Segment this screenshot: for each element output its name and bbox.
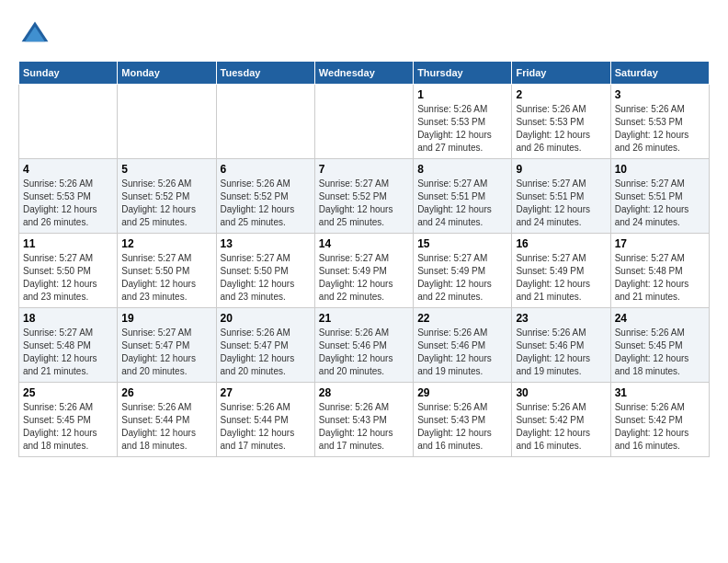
calendar-cell: 30Sunrise: 5:26 AM Sunset: 5:42 PM Dayli… <box>512 383 610 457</box>
day-info: Sunrise: 5:27 AM Sunset: 5:52 PM Dayligh… <box>319 178 409 229</box>
calendar-cell: 7Sunrise: 5:27 AM Sunset: 5:52 PM Daylig… <box>314 159 413 234</box>
calendar-week-row: 4Sunrise: 5:26 AM Sunset: 5:53 PM Daylig… <box>19 159 710 234</box>
day-info: Sunrise: 5:26 AM Sunset: 5:46 PM Dayligh… <box>417 327 507 378</box>
calendar-week-row: 18Sunrise: 5:27 AM Sunset: 5:48 PM Dayli… <box>19 308 710 383</box>
page-container: SundayMondayTuesdayWednesdayThursdayFrid… <box>18 18 710 457</box>
calendar-cell: 17Sunrise: 5:27 AM Sunset: 5:48 PM Dayli… <box>610 234 709 308</box>
day-number: 20 <box>221 312 311 325</box>
day-number: 10 <box>615 163 705 176</box>
day-number: 13 <box>221 237 311 250</box>
calendar-cell: 21Sunrise: 5:26 AM Sunset: 5:46 PM Dayli… <box>314 308 413 383</box>
day-number: 21 <box>319 312 409 325</box>
calendar-week-row: 11Sunrise: 5:27 AM Sunset: 5:50 PM Dayli… <box>19 234 710 308</box>
calendar: SundayMondayTuesdayWednesdayThursdayFrid… <box>18 61 710 457</box>
day-number: 26 <box>121 386 211 399</box>
calendar-cell <box>118 85 216 159</box>
day-info: Sunrise: 5:26 AM Sunset: 5:52 PM Dayligh… <box>121 178 211 229</box>
day-info: Sunrise: 5:27 AM Sunset: 5:50 PM Dayligh… <box>221 252 311 304</box>
day-info: Sunrise: 5:26 AM Sunset: 5:42 PM Dayligh… <box>516 401 606 453</box>
calendar-cell <box>314 85 413 159</box>
day-number: 7 <box>319 163 409 176</box>
calendar-cell: 26Sunrise: 5:26 AM Sunset: 5:44 PM Dayli… <box>118 383 216 457</box>
calendar-cell: 9Sunrise: 5:27 AM Sunset: 5:51 PM Daylig… <box>512 159 610 234</box>
calendar-cell: 4Sunrise: 5:26 AM Sunset: 5:53 PM Daylig… <box>19 159 118 234</box>
weekday-header: Friday <box>512 62 610 85</box>
day-number: 29 <box>417 386 507 399</box>
calendar-cell: 10Sunrise: 5:27 AM Sunset: 5:51 PM Dayli… <box>610 159 709 234</box>
day-number: 15 <box>417 237 507 250</box>
calendar-cell: 5Sunrise: 5:26 AM Sunset: 5:52 PM Daylig… <box>118 159 216 234</box>
day-info: Sunrise: 5:27 AM Sunset: 5:48 PM Dayligh… <box>23 327 113 378</box>
calendar-cell: 12Sunrise: 5:27 AM Sunset: 5:50 PM Dayli… <box>118 234 216 308</box>
logo-icon <box>18 18 51 52</box>
calendar-cell: 20Sunrise: 5:26 AM Sunset: 5:47 PM Dayli… <box>216 308 314 383</box>
header <box>18 18 710 52</box>
calendar-cell <box>19 85 118 159</box>
calendar-cell: 28Sunrise: 5:26 AM Sunset: 5:43 PM Dayli… <box>314 383 413 457</box>
day-number: 5 <box>121 163 211 176</box>
calendar-week-row: 25Sunrise: 5:26 AM Sunset: 5:45 PM Dayli… <box>19 383 710 457</box>
calendar-cell <box>216 85 314 159</box>
weekday-header: Tuesday <box>216 62 314 85</box>
day-number: 2 <box>516 88 606 101</box>
day-info: Sunrise: 5:27 AM Sunset: 5:49 PM Dayligh… <box>516 252 606 304</box>
day-number: 16 <box>516 237 606 250</box>
day-number: 31 <box>615 386 705 399</box>
day-info: Sunrise: 5:27 AM Sunset: 5:49 PM Dayligh… <box>417 252 507 304</box>
day-info: Sunrise: 5:26 AM Sunset: 5:46 PM Dayligh… <box>319 327 409 378</box>
day-number: 8 <box>417 163 507 176</box>
day-number: 25 <box>23 386 113 399</box>
day-number: 6 <box>221 163 311 176</box>
calendar-week-row: 1Sunrise: 5:26 AM Sunset: 5:53 PM Daylig… <box>19 85 710 159</box>
day-info: Sunrise: 5:26 AM Sunset: 5:44 PM Dayligh… <box>121 401 211 453</box>
day-info: Sunrise: 5:27 AM Sunset: 5:50 PM Dayligh… <box>23 252 113 304</box>
day-info: Sunrise: 5:27 AM Sunset: 5:49 PM Dayligh… <box>319 252 409 304</box>
weekday-header: Sunday <box>19 62 118 85</box>
calendar-cell: 19Sunrise: 5:27 AM Sunset: 5:47 PM Dayli… <box>118 308 216 383</box>
calendar-cell: 13Sunrise: 5:27 AM Sunset: 5:50 PM Dayli… <box>216 234 314 308</box>
calendar-cell: 11Sunrise: 5:27 AM Sunset: 5:50 PM Dayli… <box>19 234 118 308</box>
logo <box>18 18 55 52</box>
day-info: Sunrise: 5:26 AM Sunset: 5:46 PM Dayligh… <box>516 327 606 378</box>
weekday-header: Saturday <box>610 62 709 85</box>
day-number: 28 <box>319 386 409 399</box>
day-number: 1 <box>417 88 507 101</box>
day-info: Sunrise: 5:26 AM Sunset: 5:53 PM Dayligh… <box>417 103 507 155</box>
day-number: 12 <box>121 237 211 250</box>
day-info: Sunrise: 5:26 AM Sunset: 5:52 PM Dayligh… <box>221 178 311 229</box>
weekday-header: Thursday <box>414 62 512 85</box>
calendar-cell: 14Sunrise: 5:27 AM Sunset: 5:49 PM Dayli… <box>314 234 413 308</box>
calendar-cell: 16Sunrise: 5:27 AM Sunset: 5:49 PM Dayli… <box>512 234 610 308</box>
calendar-cell: 18Sunrise: 5:27 AM Sunset: 5:48 PM Dayli… <box>19 308 118 383</box>
day-info: Sunrise: 5:26 AM Sunset: 5:43 PM Dayligh… <box>319 401 409 453</box>
day-number: 11 <box>23 237 113 250</box>
day-info: Sunrise: 5:27 AM Sunset: 5:51 PM Dayligh… <box>615 178 705 229</box>
calendar-cell: 25Sunrise: 5:26 AM Sunset: 5:45 PM Dayli… <box>19 383 118 457</box>
day-number: 30 <box>516 386 606 399</box>
weekday-header: Wednesday <box>314 62 413 85</box>
day-number: 14 <box>319 237 409 250</box>
day-number: 24 <box>615 312 705 325</box>
day-number: 9 <box>516 163 606 176</box>
day-info: Sunrise: 5:26 AM Sunset: 5:45 PM Dayligh… <box>615 327 705 378</box>
calendar-cell: 24Sunrise: 5:26 AM Sunset: 5:45 PM Dayli… <box>610 308 709 383</box>
day-info: Sunrise: 5:27 AM Sunset: 5:47 PM Dayligh… <box>121 327 211 378</box>
day-info: Sunrise: 5:26 AM Sunset: 5:53 PM Dayligh… <box>615 103 705 155</box>
day-number: 18 <box>23 312 113 325</box>
day-number: 22 <box>417 312 507 325</box>
calendar-cell: 23Sunrise: 5:26 AM Sunset: 5:46 PM Dayli… <box>512 308 610 383</box>
day-info: Sunrise: 5:27 AM Sunset: 5:50 PM Dayligh… <box>121 252 211 304</box>
day-number: 27 <box>221 386 311 399</box>
calendar-cell: 2Sunrise: 5:26 AM Sunset: 5:53 PM Daylig… <box>512 85 610 159</box>
day-info: Sunrise: 5:26 AM Sunset: 5:44 PM Dayligh… <box>221 401 311 453</box>
day-info: Sunrise: 5:26 AM Sunset: 5:53 PM Dayligh… <box>23 178 113 229</box>
calendar-header-row: SundayMondayTuesdayWednesdayThursdayFrid… <box>19 62 710 85</box>
calendar-cell: 22Sunrise: 5:26 AM Sunset: 5:46 PM Dayli… <box>414 308 512 383</box>
calendar-cell: 15Sunrise: 5:27 AM Sunset: 5:49 PM Dayli… <box>414 234 512 308</box>
calendar-cell: 27Sunrise: 5:26 AM Sunset: 5:44 PM Dayli… <box>216 383 314 457</box>
day-number: 3 <box>615 88 705 101</box>
calendar-cell: 31Sunrise: 5:26 AM Sunset: 5:42 PM Dayli… <box>610 383 709 457</box>
calendar-cell: 6Sunrise: 5:26 AM Sunset: 5:52 PM Daylig… <box>216 159 314 234</box>
day-info: Sunrise: 5:26 AM Sunset: 5:45 PM Dayligh… <box>23 401 113 453</box>
day-number: 4 <box>23 163 113 176</box>
